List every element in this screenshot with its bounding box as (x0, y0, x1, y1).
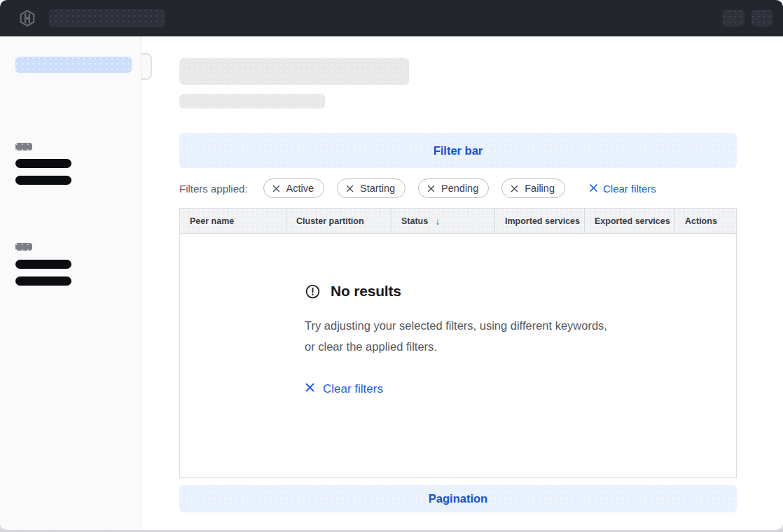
sidebar-item-placeholder[interactable] (15, 260, 71, 269)
filter-pill-label: Active (286, 183, 314, 194)
dismiss-icon[interactable] (272, 185, 280, 192)
sidebar-section-label-placeholder (15, 143, 32, 150)
clear-filters-link[interactable]: Clear filters (589, 183, 656, 195)
column-label: Peer name (190, 216, 234, 226)
column-label: Imported services (505, 216, 580, 226)
clear-filters-label: Clear filters (603, 183, 656, 195)
filter-bar-label: Filter bar (434, 144, 483, 158)
column-header-exported-services[interactable]: Exported services (584, 209, 674, 233)
filters-applied-row: Filters applied: Active Starting (179, 178, 737, 199)
filter-pill-label: Pending (441, 183, 478, 194)
dismiss-icon[interactable] (511, 185, 518, 192)
filter-pill-pending[interactable]: Pending (418, 178, 489, 198)
empty-state-description: Try adjusting your selected filters, usi… (305, 315, 607, 357)
page-subtitle-placeholder (179, 94, 325, 108)
sidebar (0, 36, 141, 530)
column-header-actions: Actions (674, 209, 736, 233)
empty-state-title: No results (331, 283, 401, 300)
top-nav (0, 0, 783, 36)
table-header-row: Peer name Cluster partition Status ↓ Imp… (180, 209, 736, 234)
peers-table: Peer name Cluster partition Status ↓ Imp… (179, 208, 737, 478)
filters-applied-label: Filters applied: (179, 183, 248, 195)
filter-pill-failing[interactable]: Failing (501, 178, 565, 198)
clear-icon (589, 183, 598, 195)
nav-right-placeholder-2 (751, 10, 772, 27)
empty-state-clear-filters-link[interactable]: Clear filters (305, 382, 383, 396)
empty-state: No results Try adjusting your selected f… (305, 283, 616, 396)
empty-state-clear-filters-label: Clear filters (323, 382, 383, 396)
column-header-status[interactable]: Status ↓ (391, 209, 494, 233)
sidebar-collapse-handle[interactable] (141, 53, 152, 80)
column-header-peer-name[interactable]: Peer name (180, 209, 286, 233)
alert-circle-icon (305, 284, 321, 300)
sort-descending-icon[interactable]: ↓ (435, 216, 440, 227)
filter-pill-active[interactable]: Active (263, 178, 325, 198)
app-window: Filter bar Filters applied: Active Start… (0, 0, 783, 530)
column-label: Actions (685, 216, 717, 226)
clear-icon (305, 382, 315, 396)
hashicorp-logo-icon[interactable] (19, 10, 36, 27)
filter-bar-region: Filter bar (179, 133, 737, 168)
column-header-cluster-partition[interactable]: Cluster partition (286, 209, 391, 233)
dismiss-icon[interactable] (346, 185, 354, 192)
dismiss-icon[interactable] (427, 185, 435, 192)
filter-pill-label: Failing (525, 183, 555, 194)
column-header-imported-services[interactable]: Imported services (494, 209, 584, 233)
column-label: Cluster partition (296, 216, 364, 226)
sidebar-item-placeholder[interactable] (15, 176, 71, 185)
column-label: Exported services (595, 216, 670, 226)
pagination-region: Pagination (179, 485, 737, 512)
page-title-placeholder (179, 58, 409, 85)
sidebar-section-label-placeholder (15, 243, 32, 251)
filter-pill-starting[interactable]: Starting (337, 178, 406, 198)
nav-placeholder (49, 9, 165, 27)
sidebar-item-placeholder[interactable] (15, 276, 71, 286)
pagination-label: Pagination (429, 492, 487, 505)
sidebar-item-placeholder[interactable] (15, 159, 71, 168)
column-label: Status (401, 216, 428, 226)
table-body: No results Try adjusting your selected f… (180, 234, 736, 478)
nav-right-placeholder-1 (723, 10, 744, 27)
filter-pills: Active Starting Pending (263, 178, 565, 198)
sidebar-active-item-placeholder[interactable] (15, 57, 132, 73)
screen: Filter bar Filters applied: Active Start… (0, 0, 783, 532)
filter-pill-label: Starting (360, 183, 395, 194)
